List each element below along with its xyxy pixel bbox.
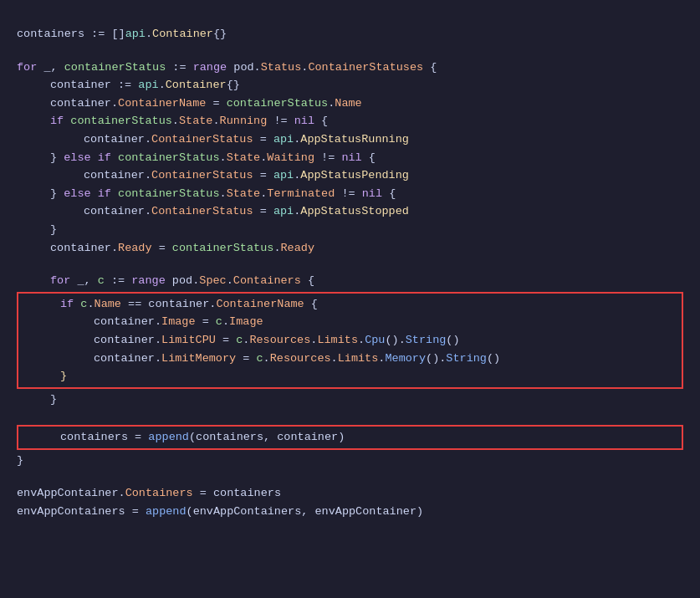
line-1: containers := []api.Container{} [0,25,700,43]
line-8: container.ContainerStatus = api.AppStatu… [0,166,700,185]
line-19: } [0,391,700,409]
code-editor: containers := []api.Container{} for _, c… [0,17,700,529]
line-23: envAppContainers = append(envAppContaine… [0,503,700,521]
line-11: } [0,221,700,239]
line-14: if c.Name == container.ContainerName { [18,295,682,314]
highlight-block-2: containers = append(containers, containe… [17,425,683,450]
line-10: container.ContainerStatus = api.AppStatu… [0,202,700,221]
highlight-block-1: if c.Name == container.ContainerName { c… [17,292,683,389]
line-22: envAppContainer.Containers = containers [0,484,700,503]
line-4: container.ContainerName = containerStatu… [0,95,700,113]
line-17: container.LimitMemory = c.Resources.Limi… [18,350,682,368]
line-5: if containerStatus.State.Running != nil … [0,112,700,130]
line-18: } [18,367,682,386]
line-21: } [0,452,700,470]
line-13: for _, c := range pod.Spec.Containers { [0,272,700,290]
line-7: } else if containerStatus.State.Waiting … [0,149,700,167]
line-20: containers = append(containers, containe… [18,428,682,447]
line-6: container.ContainerStatus = api.AppStatu… [0,130,700,149]
line-9: } else if containerStatus.State.Terminat… [0,185,700,203]
line-3: container := api.Container{} [0,76,700,95]
line-12: container.Ready = containerStatus.Ready [0,239,700,258]
line-15: container.Image = c.Image [18,313,682,331]
line-16: container.LimitCPU = c.Resources.Limits.… [18,331,682,350]
line-2: for _, containerStatus := range pod.Stat… [0,59,700,77]
